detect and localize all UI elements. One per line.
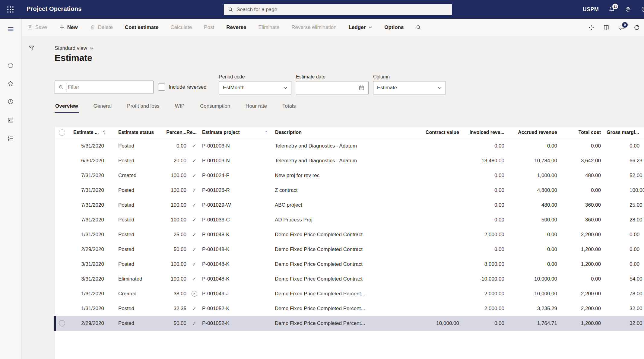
cell-percent: 100.00 <box>161 257 186 272</box>
cell-accrued: 500.00 <box>504 212 557 227</box>
column-header-project[interactable]: Estimate project <box>202 127 262 138</box>
table-row[interactable]: 3/31/2020Eliminated100.00✓P-001048-KDemo… <box>55 272 644 286</box>
table-row[interactable]: 5/31/2020Posted0.00✓P-001003-NTelemetry … <box>55 138 644 153</box>
page-search-box[interactable] <box>224 4 452 15</box>
toolbar-button-label: Delete <box>98 24 113 30</box>
column-header-percent[interactable]: Percen... <box>161 127 186 138</box>
view-selector[interactable]: Standard view <box>55 45 94 51</box>
cell-date: 1/31/2020 <box>68 286 105 301</box>
chat-icon[interactable]: 0 <box>618 24 625 31</box>
cell-project: P-001049-J <box>202 286 262 301</box>
cell-total_cost: 1,200.00 <box>557 242 601 257</box>
content-area: Standard view Estimate Include reversed … <box>22 36 644 359</box>
cell-reversed: × <box>186 286 202 301</box>
tab-overview[interactable]: Overview <box>55 100 79 113</box>
cell-percent: 32.35 <box>161 301 186 316</box>
table-row[interactable]: 3/31/2020Posted100.00✓P-001048-KDemo Fix… <box>55 257 644 272</box>
cell-accrued: 4,800.00 <box>504 183 557 198</box>
column-header-gross_margin[interactable]: Gross margi... <box>601 127 644 138</box>
tab-wip[interactable]: WIP <box>174 100 185 113</box>
period-code-dropdown[interactable]: EstMonth <box>219 81 291 94</box>
toolbar-button-label: Reverse <box>226 24 246 30</box>
table-row[interactable]: 1/31/2020Created38.00×P-001049-JDemo Fix… <box>55 286 644 301</box>
cell-description: Demo Fixed Price Completed Percent... <box>262 316 411 331</box>
calendar-icon[interactable] <box>359 85 365 91</box>
page-search-input[interactable] <box>236 7 430 13</box>
tab-consumption[interactable]: Consumption <box>199 100 231 113</box>
cell-invoiced: 0.00 <box>459 316 504 331</box>
table-row[interactable]: 7/31/2020Posted100.00✓P-001033-CAD Proce… <box>55 212 644 227</box>
cell-contract <box>411 198 459 212</box>
tab-hour-rate[interactable]: Hour rate <box>245 100 268 113</box>
cell-select <box>55 183 68 198</box>
toolbar-button-options[interactable]: Options <box>384 24 404 30</box>
cell-total_cost: 2,200.00 <box>557 301 601 316</box>
grid-filter-input[interactable] <box>66 84 144 90</box>
select-all-radio[interactable] <box>55 127 68 138</box>
column-header-total_cost[interactable]: Total cost <box>557 127 601 138</box>
column-header-date[interactable]: Estimate ... <box>68 127 105 138</box>
column-header-accrued[interactable]: Accrued revenue <box>504 127 557 138</box>
cell-total_cost: 1,200.00 <box>557 316 601 331</box>
table-row[interactable]: 7/31/2020Created100.00✓P-001024-FNew pro… <box>55 168 644 183</box>
cell-accrued: 10,784.00 <box>504 153 557 168</box>
column-header-reversed[interactable]: Re... <box>186 127 202 138</box>
column-header-contract[interactable]: Contract value <box>411 127 459 138</box>
help-icon[interactable]: ? <box>641 6 644 13</box>
gear-icon[interactable] <box>625 6 631 13</box>
table-row[interactable]: 2/29/2020Posted50.00✓P-001048-KDemo Fixe… <box>55 242 644 257</box>
book-icon[interactable] <box>603 24 609 30</box>
table-row[interactable]: 1/31/2020Posted25.00✓P-001048-KDemo Fixe… <box>55 227 644 242</box>
toolbar-button-new[interactable]: New <box>59 24 78 30</box>
column-header-status[interactable]: Estimate status <box>105 127 161 138</box>
column-header-invoiced[interactable]: Invoiced reve... <box>459 127 504 138</box>
cell-gross_margin: 28.00 <box>601 212 644 227</box>
refresh-icon[interactable] <box>634 24 640 30</box>
filter-pane-icon[interactable] <box>28 45 35 51</box>
environment-label[interactable]: USPM <box>583 6 599 13</box>
cell-accrued: 1,000.00 <box>504 168 557 183</box>
tab-profit-and-loss[interactable]: Profit and loss <box>126 100 160 113</box>
cell-percent: 100.00 <box>161 168 186 183</box>
header-radio[interactable] <box>59 129 65 136</box>
row-select-radio[interactable] <box>59 320 65 326</box>
toolbar-search-icon[interactable] <box>416 25 421 30</box>
tab-totals[interactable]: Totals <box>282 100 296 113</box>
table-row[interactable]: 6/30/2020Posted20.00✓P-001003-NTelemetry… <box>55 153 644 168</box>
cell-percent: 100.00 <box>161 183 186 198</box>
toolbar-button-calculate: Calculate <box>170 24 192 30</box>
bell-icon[interactable]: 11 <box>608 6 615 13</box>
toolbar-button-ledger[interactable]: Ledger <box>349 24 373 30</box>
column-header-label: Estimate ... <box>73 130 99 135</box>
table-row[interactable]: 7/31/2020Posted100.00✓P-001029-WABC proj… <box>55 198 644 212</box>
table-row[interactable]: 7/31/2020Posted100.00✓P-001026-RZ contra… <box>55 183 644 198</box>
form-icon[interactable] <box>7 117 14 124</box>
cell-project: P-001048-K <box>202 272 262 286</box>
include-reversed-checkbox[interactable] <box>158 84 165 91</box>
tab-general[interactable]: General <box>93 100 112 113</box>
app-launcher-icon[interactable] <box>7 6 14 14</box>
cell-date: 7/31/2020 <box>68 198 105 212</box>
grid-filter-box[interactable] <box>55 81 154 94</box>
cell-status: Posted <box>105 183 161 198</box>
column-dropdown[interactable]: Estimate <box>373 81 446 94</box>
star-icon[interactable] <box>7 80 14 87</box>
column-header-label: Re... <box>186 130 197 135</box>
toolbar-button-cost-estimate[interactable]: Cost estimate <box>125 24 158 30</box>
home-icon[interactable] <box>7 62 14 69</box>
insights-icon[interactable] <box>588 25 594 30</box>
clock-icon[interactable] <box>7 98 14 106</box>
table-row[interactable]: 2/29/2020Posted50.00✓P-001052-KDemo Fixe… <box>55 316 644 331</box>
toolbar-button-reverse[interactable]: Reverse <box>226 24 246 30</box>
tasklist-icon[interactable] <box>7 135 14 142</box>
cell-accrued: 3,235.29 <box>504 301 557 316</box>
nav-menu-icon[interactable] <box>7 26 14 33</box>
column-header-description[interactable]: ↑Description <box>262 127 411 138</box>
cell-invoiced: -10,000.00 <box>459 272 504 286</box>
grid-body: 5/31/2020Posted0.00✓P-001003-NTelemetry … <box>55 138 644 331</box>
table-row[interactable]: 1/31/2020Posted32.35✓P-001052-KDemo Fixe… <box>55 301 644 316</box>
cell-percent: 100.00 <box>161 198 186 212</box>
cell-contract <box>411 227 459 242</box>
cell-gross_margin: 0.00 <box>601 227 644 242</box>
estimate-date-input[interactable] <box>296 81 369 94</box>
